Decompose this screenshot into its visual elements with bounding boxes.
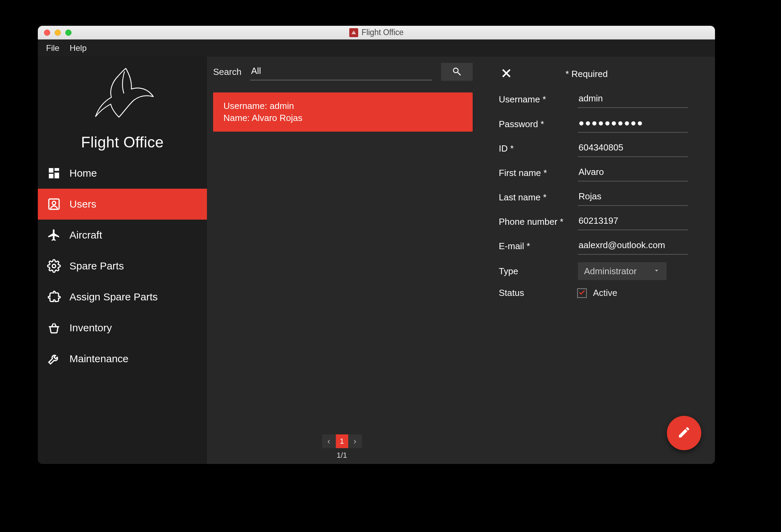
sidebar-item-maintenance[interactable]: Maintenance	[38, 343, 207, 374]
app-window: Flight Office File Help	[38, 26, 715, 464]
type-value: Administrator	[584, 266, 637, 277]
sidebar-item-label: Aircraft	[69, 229, 102, 241]
svg-point-2	[52, 264, 56, 268]
password-field[interactable]	[578, 115, 688, 133]
menu-help[interactable]: Help	[70, 43, 87, 53]
close-detail-button[interactable]	[499, 66, 514, 81]
basket-icon	[47, 321, 61, 335]
aircraft-icon	[47, 228, 61, 242]
brand: Flight Office	[38, 57, 207, 158]
pencil-icon	[677, 425, 691, 441]
lastname-field[interactable]	[578, 189, 688, 206]
dashboard-icon	[47, 166, 61, 180]
wrench-icon	[47, 352, 61, 366]
sidebar-item-label: Home	[69, 167, 97, 179]
sidebar-item-home[interactable]: Home	[38, 158, 207, 189]
id-field[interactable]	[578, 140, 688, 157]
chevron-down-icon	[653, 266, 660, 277]
list-item-line2: Name: Alvaro Rojas	[223, 112, 462, 124]
minimize-window-icon[interactable]	[55, 30, 61, 36]
status-label: Status	[499, 288, 571, 298]
sidebar-item-users[interactable]: Users	[38, 189, 207, 220]
sidebar-item-label: Assign Spare Parts	[69, 291, 158, 303]
extension-icon	[47, 290, 61, 304]
maximize-window-icon[interactable]	[65, 30, 72, 36]
required-note: * Required	[565, 69, 608, 79]
brand-title: Flight Office	[81, 134, 164, 151]
sidebar-item-label: Users	[69, 198, 96, 210]
list-item[interactable]: Username: admin Name: Alvaro Rojas	[213, 92, 473, 132]
menubar: File Help	[38, 40, 715, 57]
window-title-area: Flight Office	[38, 28, 715, 37]
traffic-lights	[44, 30, 72, 36]
results-list: Username: admin Name: Alvaro Rojas	[213, 92, 477, 464]
email-field[interactable]	[578, 238, 688, 255]
list-pane: Search Username: admin Name: Alvaro Roja…	[207, 57, 477, 464]
window-title: Flight Office	[362, 28, 404, 37]
check-icon	[578, 289, 586, 298]
detail-pane: * Required Username * Password * ID *	[477, 57, 715, 464]
id-label: ID *	[499, 143, 578, 154]
pager: ‹ 1 › 1/1	[207, 434, 477, 460]
phone-label: Phone number *	[499, 217, 578, 227]
main: Search Username: admin Name: Alvaro Roja…	[207, 57, 715, 464]
chevron-right-icon: ›	[354, 436, 356, 446]
type-label: Type	[499, 266, 578, 277]
pager-next-button[interactable]: ›	[348, 434, 362, 448]
type-select[interactable]: Administrator	[578, 262, 667, 280]
close-window-icon[interactable]	[44, 30, 50, 36]
pager-current-page[interactable]: 1	[336, 434, 348, 448]
search-icon	[452, 66, 462, 78]
search-input[interactable]	[250, 64, 432, 80]
status-checkbox[interactable]	[577, 288, 587, 298]
lastname-label: Last name *	[499, 192, 578, 203]
close-icon	[500, 67, 513, 81]
status-value: Active	[593, 288, 617, 298]
phone-field[interactable]	[578, 213, 688, 230]
sidebar-item-label: Maintenance	[69, 353, 129, 365]
password-label: Password *	[499, 119, 578, 130]
firstname-field[interactable]	[578, 165, 688, 181]
nav: Home Users Aircraft	[38, 158, 207, 374]
email-label: E-mail *	[499, 241, 578, 252]
svg-point-1	[52, 201, 56, 205]
user-icon	[47, 197, 61, 211]
search-label: Search	[213, 67, 241, 77]
sidebar-item-spare-parts[interactable]: Spare Parts	[38, 251, 207, 281]
firstname-label: First name *	[499, 168, 578, 178]
search-button[interactable]	[441, 63, 473, 81]
sidebar-item-label: Spare Parts	[69, 260, 124, 272]
app-icon	[349, 28, 358, 37]
username-field[interactable]	[578, 91, 688, 108]
list-item-line1: Username: admin	[223, 100, 462, 112]
sidebar: Flight Office Home Users	[38, 57, 207, 464]
search-row: Search	[213, 63, 477, 81]
username-label: Username *	[499, 94, 578, 105]
sidebar-item-inventory[interactable]: Inventory	[38, 312, 207, 343]
pager-summary: 1/1	[337, 451, 347, 460]
sidebar-item-aircraft[interactable]: Aircraft	[38, 220, 207, 251]
titlebar: Flight Office	[38, 26, 715, 40]
sidebar-item-assign-spare-parts[interactable]: Assign Spare Parts	[38, 281, 207, 312]
sidebar-item-label: Inventory	[69, 322, 112, 334]
bird-logo-icon	[86, 62, 158, 132]
chevron-left-icon: ‹	[328, 436, 330, 446]
menu-file[interactable]: File	[46, 43, 59, 53]
pager-prev-button[interactable]: ‹	[322, 434, 336, 448]
edit-fab[interactable]	[667, 416, 701, 450]
gear-icon	[47, 259, 61, 273]
